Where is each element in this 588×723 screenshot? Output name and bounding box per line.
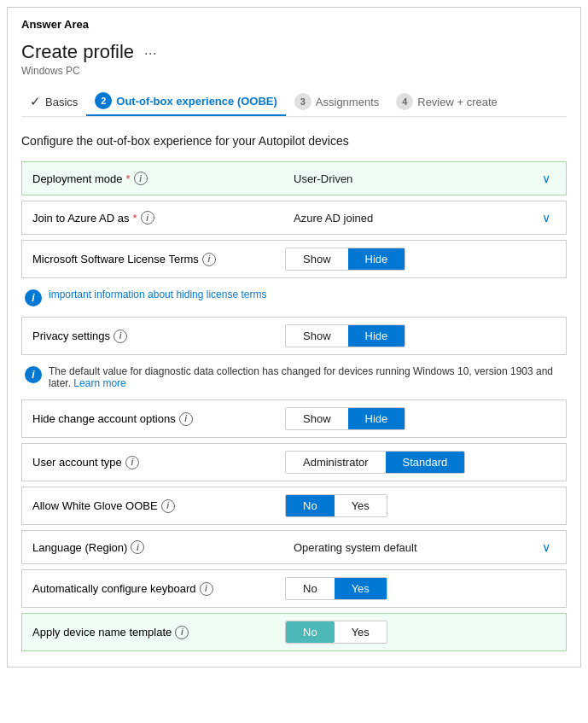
check-icon: ✓	[30, 94, 41, 109]
license-show-btn[interactable]: Show	[286, 248, 348, 270]
hide-change-hide-btn[interactable]: Hide	[348, 408, 405, 429]
keyboard-label: Automatically configure keyboard i	[22, 575, 278, 603]
license-terms-info-icon[interactable]: i	[202, 253, 216, 266]
nav-label-oobe: Out-of-box experience (OOBE)	[116, 95, 277, 108]
user-account-admin-btn[interactable]: Administrator	[286, 452, 386, 473]
required-star: *	[126, 172, 131, 185]
hide-change-account-row: Hide change account options i Show Hide	[21, 399, 567, 438]
hide-change-toggle-group: Show Hide	[285, 407, 405, 430]
white-glove-toggle-group: No Yes	[285, 494, 387, 517]
white-glove-label: Allow White Glove OOBE i	[22, 493, 278, 520]
keyboard-info-icon[interactable]: i	[200, 582, 213, 596]
hide-change-account-info-icon[interactable]: i	[179, 412, 193, 426]
deployment-mode-label: Deployment mode * i	[22, 165, 278, 192]
privacy-info-banner: i The default value for diagnostic data …	[21, 360, 567, 394]
nav-label-assignments: Assignments	[316, 96, 379, 108]
required-star-2: *	[132, 212, 137, 224]
section-title: Configure the out-of-box experience for …	[21, 134, 567, 148]
hide-change-show-btn[interactable]: Show	[286, 408, 348, 429]
keyboard-yes-btn[interactable]: Yes	[335, 578, 387, 599]
language-label: Language (Region) i	[22, 534, 278, 561]
privacy-show-btn[interactable]: Show	[286, 325, 348, 347]
language-dropdown[interactable]: Operating system default ∨	[278, 532, 566, 563]
step-badge-2: 2	[95, 92, 112, 109]
hide-change-toggle: Show Hide	[278, 400, 566, 437]
white-glove-no-btn[interactable]: No	[286, 495, 335, 516]
join-azure-row: Join to Azure AD as * i Azure AD joined …	[21, 201, 567, 235]
nav-step-review[interactable]: 4 Review + create	[387, 88, 506, 115]
device-name-row: Apply device name template i No Yes	[21, 613, 567, 651]
answer-area-title: Answer Area	[21, 18, 567, 31]
license-terms-toggle-group: Show Hide	[285, 248, 405, 271]
white-glove-yes-btn[interactable]: Yes	[335, 495, 387, 516]
white-glove-row: Allow White Glove OOBE i No Yes	[21, 487, 567, 525]
device-name-toggle: No Yes	[278, 614, 566, 650]
nav-label-review: Review + create	[417, 96, 498, 108]
nav-label-basics: Basics	[45, 96, 78, 108]
privacy-settings-row: Privacy settings i Show Hide	[21, 317, 567, 355]
user-account-type-label: User account type i	[22, 449, 278, 476]
keyboard-toggle: No Yes	[278, 570, 566, 607]
user-account-info-icon[interactable]: i	[125, 456, 139, 469]
language-select[interactable]: Operating system default ∨	[285, 535, 559, 559]
device-name-label: Apply device name template i	[22, 619, 278, 646]
user-account-toggle-group: Administrator Standard	[285, 451, 465, 474]
learn-more-link[interactable]: Learn more	[73, 377, 125, 389]
privacy-info-text: The default value for diagnostic data co…	[49, 365, 563, 389]
nav-step-basics[interactable]: ✓ Basics	[21, 89, 86, 114]
user-account-standard-btn[interactable]: Standard	[386, 452, 465, 473]
page-header: Create profile ··· Windows PC	[21, 41, 567, 77]
keyboard-toggle-group: No Yes	[285, 577, 387, 600]
user-account-toggle: Administrator Standard	[278, 444, 566, 481]
hide-change-account-label: Hide change account options i	[22, 405, 278, 433]
license-terms-toggle: Show Hide	[278, 241, 566, 277]
privacy-hide-btn[interactable]: Hide	[348, 325, 405, 347]
white-glove-toggle: No Yes	[278, 487, 566, 524]
chevron-down-icon-2: ∨	[542, 211, 550, 224]
step-badge-3: 3	[294, 93, 311, 110]
join-azure-info-icon[interactable]: i	[141, 211, 154, 224]
nav-step-assignments[interactable]: 3 Assignments	[286, 88, 387, 115]
info-circle-icon: i	[25, 289, 42, 306]
license-info-link[interactable]: important information about hiding licen…	[49, 289, 266, 300]
join-azure-select[interactable]: Azure AD joined ∨	[285, 206, 559, 230]
chevron-down-icon: ∨	[542, 172, 550, 185]
privacy-toggle-group: Show Hide	[285, 324, 405, 347]
page-subtitle: Windows PC	[21, 65, 567, 77]
license-hide-btn[interactable]: Hide	[348, 248, 405, 270]
privacy-settings-label: Privacy settings i	[22, 323, 278, 350]
license-terms-row: Microsoft Software License Terms i Show …	[21, 240, 567, 278]
keyboard-row: Automatically configure keyboard i No Ye…	[21, 569, 567, 608]
license-info-text: important information about hiding licen…	[49, 289, 266, 300]
join-azure-dropdown[interactable]: Azure AD joined ∨	[278, 202, 566, 233]
device-name-info-icon[interactable]: i	[175, 626, 189, 639]
deployment-mode-row: Deployment mode * i User-Driven ∨	[21, 161, 567, 195]
language-chevron-icon: ∨	[542, 540, 550, 554]
license-terms-label: Microsoft Software License Terms i	[22, 246, 278, 273]
page-title-dots: ···	[144, 44, 157, 61]
language-info-icon[interactable]: i	[131, 540, 144, 554]
breadcrumb-nav: ✓ Basics 2 Out-of-box experience (OOBE) …	[21, 87, 567, 117]
nav-step-oobe[interactable]: 2 Out-of-box experience (OOBE)	[86, 87, 286, 116]
language-row: Language (Region) i Operating system def…	[21, 530, 567, 564]
deployment-mode-select[interactable]: User-Driven ∨	[285, 166, 559, 190]
keyboard-no-btn[interactable]: No	[286, 578, 335, 599]
privacy-toggle: Show Hide	[278, 318, 566, 354]
device-name-no-btn[interactable]: No	[286, 621, 335, 643]
privacy-info-circle-icon: i	[25, 366, 42, 383]
join-azure-label: Join to Azure AD as * i	[22, 204, 278, 231]
user-account-type-row: User account type i Administrator Standa…	[21, 443, 567, 481]
privacy-info-icon[interactable]: i	[114, 329, 127, 343]
step-badge-4: 4	[396, 93, 413, 110]
device-name-yes-btn[interactable]: Yes	[335, 621, 387, 643]
page-title: Create profile	[21, 41, 134, 63]
white-glove-info-icon[interactable]: i	[161, 499, 175, 513]
deployment-mode-info-icon[interactable]: i	[134, 172, 148, 185]
deployment-mode-dropdown[interactable]: User-Driven ∨	[278, 163, 566, 194]
license-info-banner: i important information about hiding lic…	[21, 283, 567, 312]
answer-area: Answer Area Create profile ··· Windows P…	[7, 7, 581, 668]
device-name-toggle-group: No Yes	[285, 621, 387, 644]
